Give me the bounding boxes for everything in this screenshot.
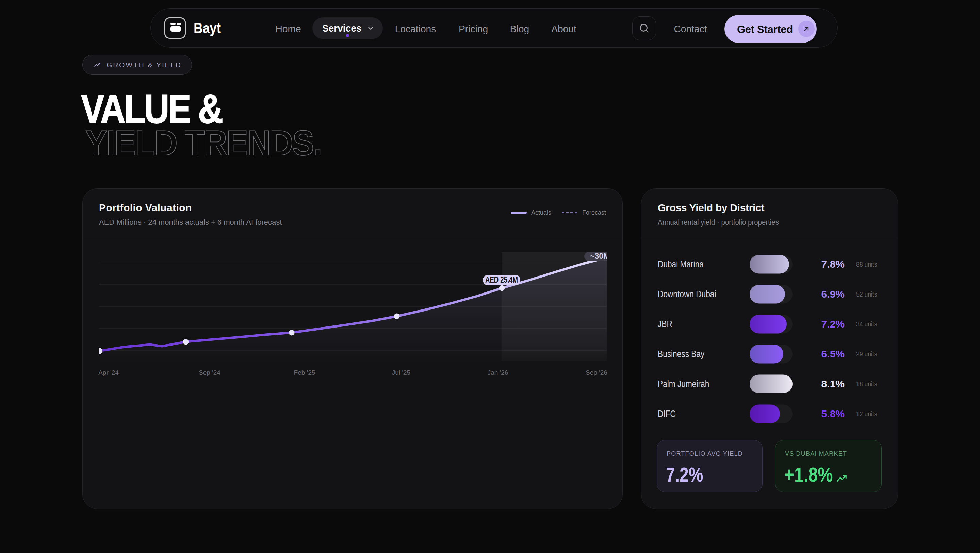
svg-text:AED 25.4M: AED 25.4M [485, 275, 518, 284]
svg-text:~30M: ~30M [590, 251, 607, 261]
